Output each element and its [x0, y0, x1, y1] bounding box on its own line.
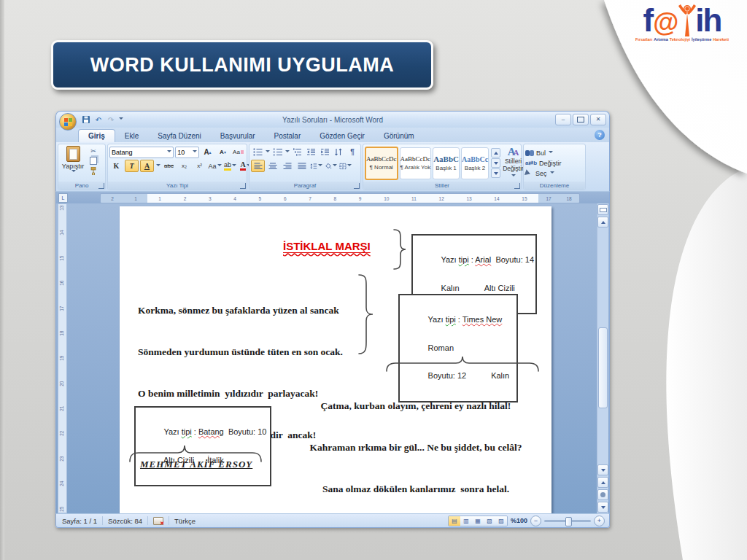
view-outline[interactable]: ▧	[484, 516, 495, 526]
stanza-2: Çatma, kurban olayım, çehreni ey nazlı h…	[287, 371, 544, 513]
strikethrough-button[interactable]: abc	[162, 160, 176, 172]
zoom-out-button[interactable]: −	[530, 516, 541, 526]
highlight-button[interactable]: ab	[223, 160, 237, 172]
change-case-button[interactable]: Aa	[208, 160, 222, 172]
style-preview: AaBbCcDc	[366, 155, 397, 163]
select-browse-object-button[interactable]	[597, 489, 608, 500]
numbering-button[interactable]	[271, 146, 284, 158]
tab-sayfa-duzeni[interactable]: Sayfa Düzeni	[148, 130, 210, 142]
word-count[interactable]: Sözcük: 84	[103, 516, 148, 525]
numbering-dropdown-icon[interactable]	[285, 150, 290, 155]
brace-title	[391, 228, 407, 271]
find-button[interactable]: Bul	[525, 148, 584, 158]
scroll-up-button[interactable]	[597, 217, 608, 228]
prev-page-icon	[601, 479, 605, 484]
font-dialog-launcher[interactable]	[240, 183, 246, 189]
scroll-down-button[interactable]	[597, 464, 608, 475]
page-indicator[interactable]: Sayfa: 1 / 1	[61, 516, 103, 525]
font-size-value: 10	[177, 149, 185, 156]
bullets-dropdown-icon[interactable]	[266, 150, 270, 155]
italic-button[interactable]: T	[125, 160, 139, 172]
logo-person-icon	[678, 4, 697, 36]
office-button[interactable]	[59, 113, 77, 131]
underline-dropdown-icon[interactable]	[156, 164, 160, 168]
document-page[interactable]: İSTİKLAL MARŞI Yazı tipi : Arial Boyutu:…	[120, 206, 551, 513]
shading-button[interactable]	[324, 160, 338, 172]
bullets-button[interactable]	[251, 146, 264, 158]
style-normal[interactable]: AaBbCcDc ¶ Normal	[365, 147, 398, 180]
bold-button[interactable]: K	[109, 160, 123, 172]
view-draft[interactable]: ▨	[495, 516, 507, 526]
font-size-select[interactable]: 10	[175, 147, 199, 158]
vertical-ruler[interactable]: 13141516171819202122232425	[58, 203, 67, 513]
paragraph-dialog-launcher[interactable]	[354, 183, 360, 189]
copy-button[interactable]	[88, 156, 99, 166]
styles-scroll-down[interactable]	[491, 158, 500, 168]
help-button[interactable]: ?	[595, 130, 605, 140]
language-indicator[interactable]: Türkçe	[169, 516, 201, 525]
style-no-spacing[interactable]: AaBbCcDc ¶ Aralık Yok	[400, 147, 432, 179]
zoom-in-button[interactable]: +	[594, 516, 605, 526]
next-page-button[interactable]	[597, 502, 608, 513]
tab-stop-selector[interactable]: L	[58, 193, 68, 203]
align-right-button[interactable]	[280, 160, 294, 172]
sort-button[interactable]	[332, 146, 345, 158]
spellcheck-status[interactable]	[148, 516, 169, 525]
view-print-layout[interactable]: ▤	[449, 516, 460, 526]
tab-postalar[interactable]: Postalar	[265, 130, 311, 142]
zoom-level[interactable]: %100	[511, 517, 527, 524]
align-center-button[interactable]	[266, 160, 279, 172]
tab-basvurular[interactable]: Başvurular	[211, 130, 265, 142]
scrollbar-track[interactable]	[597, 228, 608, 464]
select-button[interactable]: Seç	[525, 168, 584, 178]
clear-formatting-button[interactable]: Aa	[231, 146, 245, 158]
multilevel-list-button[interactable]	[290, 146, 303, 158]
clipboard-dialog-launcher[interactable]	[98, 183, 104, 189]
styles-gallery-more[interactable]	[491, 168, 500, 178]
paste-button[interactable]: Yapıştır	[60, 146, 86, 180]
up-arrow-icon	[601, 219, 605, 224]
superscript-button[interactable]: x²	[193, 160, 206, 172]
replace-label: Değiştir	[539, 160, 562, 167]
borders-button[interactable]	[338, 160, 352, 172]
decrease-indent-button[interactable]	[304, 146, 317, 158]
font-name-select[interactable]: Batang	[109, 147, 174, 158]
cut-button[interactable]: ✂	[88, 146, 99, 155]
view-fullscreen[interactable]: ▥	[460, 516, 472, 526]
shrink-font-button[interactable]: A▾	[216, 146, 230, 158]
zoom-slider-thumb[interactable]	[565, 517, 572, 526]
vertical-scrollbar[interactable]	[597, 203, 608, 513]
format-painter-button[interactable]	[88, 166, 99, 176]
tab-gozden-gecir[interactable]: Gözden Geçir	[310, 130, 374, 142]
shading-icon	[325, 163, 332, 170]
subscript-button[interactable]: x₂	[177, 160, 191, 172]
style-heading1[interactable]: AaBbC Başlık 1	[433, 147, 460, 179]
increase-indent-button[interactable]	[318, 146, 331, 158]
align-left-button[interactable]	[251, 160, 265, 172]
horizontal-ruler[interactable]: 21 123456789101112131415 1718	[100, 193, 580, 203]
scrollbar-thumb[interactable]	[598, 327, 608, 409]
underline-button[interactable]: A	[140, 160, 154, 172]
view-web-layout[interactable]: ▦	[472, 516, 484, 526]
line-spacing-button[interactable]	[309, 160, 323, 172]
window-titlebar: ↶ ↷ Yazılı Soruları - Microsoft Word – ✕	[55, 111, 610, 128]
tab-giris[interactable]: Giriş	[78, 129, 115, 142]
tab-gorunum[interactable]: Görünüm	[374, 130, 424, 142]
styles-dialog-launcher[interactable]	[514, 183, 520, 189]
grow-font-button[interactable]: A▴	[201, 146, 214, 158]
show-marks-button[interactable]: ¶	[346, 146, 359, 158]
replace-button[interactable]: a⇄b Değiştir	[525, 158, 584, 168]
minimize-button[interactable]: –	[555, 114, 571, 125]
restore-button[interactable]	[573, 114, 589, 125]
tab-ekle[interactable]: Ekle	[115, 130, 148, 142]
change-styles-button[interactable]: AA Stilleri Değiştir	[503, 147, 524, 179]
styles-scroll-up[interactable]	[491, 148, 500, 158]
ruler-toggle-button[interactable]	[597, 204, 608, 215]
borders-icon	[339, 163, 347, 170]
zoom-slider[interactable]	[544, 520, 591, 522]
previous-page-button[interactable]	[597, 477, 608, 488]
style-heading2[interactable]: AaBbCc Başlık 2	[461, 147, 489, 179]
justify-button[interactable]	[295, 160, 309, 172]
align-left-icon	[254, 163, 263, 170]
close-button[interactable]: ✕	[590, 114, 606, 125]
